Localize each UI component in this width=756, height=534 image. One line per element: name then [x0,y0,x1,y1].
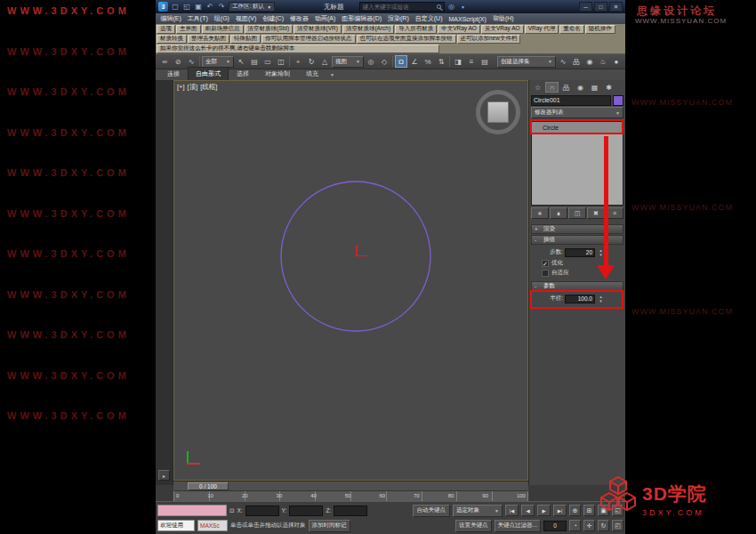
maxscript-listener-field[interactable]: 欢迎使用 [157,520,195,531]
select-rotate-icon[interactable]: ↻ [305,55,318,68]
modify-tab-icon[interactable]: ∩ [545,82,559,93]
steps-field[interactable]: 20 [565,248,595,257]
menu-item[interactable]: 自定义(U) [412,14,446,23]
ribbon-tab-selection[interactable]: 选择 [229,67,257,80]
script-button[interactable]: 选项 [157,25,175,34]
modifier-list-dropdown[interactable]: 修改器列表 ▼ [531,107,623,118]
viewport-view-label[interactable]: [顶] [188,83,198,92]
create-tab-icon[interactable]: ☆ [531,82,544,93]
pan-icon[interactable]: ✛ [583,520,595,531]
menu-item[interactable]: MAXScript(X) [446,16,489,22]
script-note-button[interactable]: 如果你觉得这么长卡的很不爽,请右键单击我删除脚本 [157,44,439,53]
workspace-selector[interactable]: 工作区: 默认 ▼ [229,2,275,12]
script-button[interactable]: 清空材质球(Std) [245,25,294,34]
script-button[interactable]: 导入所有材质 [395,25,437,34]
motion-tab-icon[interactable]: ◉ [574,82,587,93]
play-button[interactable]: ▶ [537,505,551,516]
schematic-view-icon[interactable]: 品 [570,55,583,68]
expand-strip-button[interactable]: ▸ [158,470,170,481]
script-button[interactable]: 整理丢失贴图 [188,35,229,44]
script-button[interactable]: 你可以用脚本管理器启动按钮状态 [261,35,356,44]
script-button[interactable]: 清空材质球(Arch) [342,25,394,34]
named-selection-set-dropdown[interactable]: 创建选择集 ▼ [497,56,556,68]
close-button[interactable]: ✕ [609,2,623,12]
ribbon-tab-freeform[interactable]: 自由形式 [188,67,229,80]
render-icon[interactable]: ● [610,55,623,68]
select-manipulate-icon[interactable]: ◇ [378,55,390,68]
menu-item[interactable]: 动画(A) [311,14,338,23]
macro-recorder-field[interactable] [157,505,227,516]
help-community-icon[interactable]: ◎ [447,3,456,11]
percent-snap-icon[interactable]: % [422,55,434,68]
pin-stack-icon[interactable]: ∗ [531,207,549,219]
track-bar[interactable]: 0102030405060708090100 [173,490,528,501]
remove-modifier-icon[interactable]: ✖ [587,207,605,219]
x-coordinate-field[interactable] [245,506,279,516]
current-frame-field[interactable]: 0 [543,521,567,531]
menu-item[interactable]: 创建(C) [260,14,287,23]
select-object-icon[interactable]: ↖ [235,55,247,68]
viewport-top[interactable]: [+] [顶] [线框] [173,80,528,481]
zoom-all-icon[interactable]: ⊞ [583,505,595,516]
select-and-link-icon[interactable]: ∞ [158,55,171,68]
undo-icon[interactable]: ↶ [205,3,214,11]
key-filters-button[interactable]: 关键点过滤器... [495,520,541,532]
layer-manager-icon[interactable]: ▤ [479,55,491,68]
reference-coordinate-dropdown[interactable]: 视图 ▼ [332,56,364,68]
menu-item[interactable]: 图形编辑器(D) [339,14,385,23]
lock-selection-icon[interactable]: ⊡ [229,507,234,514]
configure-modifier-sets-icon[interactable]: ≡ [606,207,623,219]
new-scene-icon[interactable]: ▢ [171,3,180,11]
go-to-start-button[interactable]: |◀ [505,505,519,516]
script-button[interactable]: 特殊贴图 [230,35,261,44]
maxscript-label[interactable]: MAXSc [197,520,228,531]
make-unique-icon[interactable]: ◫ [568,207,586,219]
script-button[interactable]: VRay 代理 [525,25,559,34]
angle-snap-icon[interactable]: ∠ [408,55,421,68]
ribbon-tab-populate[interactable]: 填充 [298,67,326,80]
adaptive-checkbox[interactable] [542,270,549,277]
rectangular-selection-icon[interactable]: ▭ [261,55,274,68]
minimize-button[interactable]: ─ [579,2,592,12]
display-tab-icon[interactable]: ▦ [588,82,601,93]
redo-icon[interactable]: ↷ [217,3,226,11]
script-button[interactable]: 也可以在选项里面直接添加脚本按钮 [357,35,456,44]
render-setup-icon[interactable]: ♨ [597,55,609,68]
script-button[interactable]: 刷新场景信息 [202,25,244,34]
script-button[interactable]: 还可以添加new文件档 [457,35,521,44]
app-icon[interactable]: 3 [158,2,168,12]
set-key-button[interactable]: 设置关键点 [455,520,492,532]
viewport-menu-label[interactable]: [+] [177,83,185,92]
selected-filter-dropdown[interactable]: 选定对象 ▼ [453,505,503,517]
select-by-name-icon[interactable]: ▤ [248,55,261,68]
auto-key-button[interactable]: 自动关键点 [413,505,451,517]
menu-item[interactable]: 修改器 [286,14,311,23]
field-of-view-icon[interactable]: ◔ [569,520,581,531]
search-box[interactable] [359,2,445,12]
go-to-end-button[interactable]: ▶| [553,505,567,516]
show-end-result-icon[interactable]: ∎ [550,207,567,219]
maximize-button[interactable]: □ [594,2,607,12]
script-button[interactable]: 主界面 [176,25,201,34]
chevron-down-icon[interactable]: ▼ [459,4,468,10]
utilities-tab-icon[interactable]: ✱ [602,82,615,93]
viewport-shading-label[interactable]: [线框] [200,83,217,92]
time-slider-handle[interactable]: 0 / 100 [188,482,229,490]
menu-item[interactable]: 组(G) [211,14,232,23]
mirror-icon[interactable]: ◨ [452,55,464,68]
selection-filter-dropdown[interactable]: 全部 ▼ [202,56,234,68]
viewcube-face[interactable] [487,101,509,123]
optimize-checkbox[interactable]: ✓ [542,260,549,267]
menu-item[interactable]: 视图(V) [232,14,259,23]
script-button[interactable]: 中文VRay AO [438,25,480,34]
menu-item[interactable]: 渲染(R) [385,14,413,23]
previous-frame-button[interactable]: ◀ [521,505,535,516]
zoom-icon[interactable]: ⊕ [569,505,581,516]
ribbon-tab-object-paint[interactable]: 对象绘制 [257,67,298,80]
curve-editor-icon[interactable]: ∿ [557,55,569,68]
snap-toggle-icon[interactable]: Ω [395,55,407,68]
viewcube[interactable] [476,90,520,134]
menu-item[interactable]: 工具(T) [184,14,211,23]
search-input[interactable] [363,4,434,10]
unlink-selection-icon[interactable]: ⊘ [172,55,184,68]
